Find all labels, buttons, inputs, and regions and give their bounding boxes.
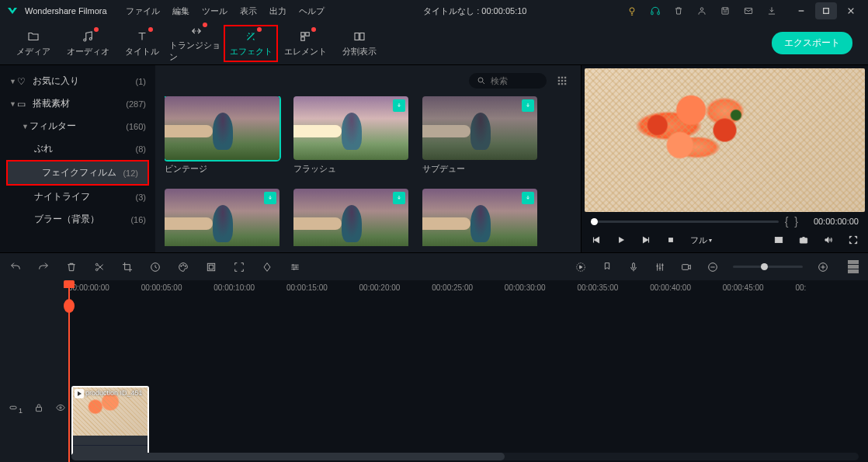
lock-icon[interactable] [33,402,44,415]
split-icon[interactable] [93,261,106,273]
effects-sidebar: ▼♡お気に入り(1) ▼▭搭載素材(287) ▼フィルター(160) ぶれ(8)… [0,65,155,252]
sidebar-builtin[interactable]: ▼▭搭載素材(287) [0,92,155,115]
sidebar-favorites[interactable]: ▼♡お気に入り(1) [0,70,155,92]
timeline-scrollbar[interactable] [71,453,859,460]
menu-file[interactable]: ファイル [126,5,160,17]
svg-rect-22 [561,83,563,85]
record-icon[interactable] [680,261,693,273]
tips-icon[interactable] [626,5,638,17]
scrub-handle[interactable] [591,218,598,225]
svg-rect-12 [355,33,359,40]
mark-out-icon[interactable]: } [794,215,798,228]
timeline-ruler[interactable]: 00:00:00:00 00:00:05:00 00:00:10:00 00:0… [68,280,868,297]
speed-icon[interactable] [149,261,161,273]
play-button[interactable] [616,234,627,245]
fullscreen-icon[interactable] [848,234,859,245]
save-icon[interactable] [719,5,731,17]
track-size-icon[interactable] [848,260,859,273]
effect-subdue[interactable]: サブデュー [422,96,537,175]
sidebar-filters[interactable]: ▼フィルター(160) [0,115,155,137]
sidebar-bg-blur[interactable]: ブラー（背景）(16) [0,208,155,231]
maximize-button[interactable] [815,2,837,19]
chevron-down-icon: ▼ [22,123,30,130]
marker-icon[interactable] [601,261,613,273]
svg-point-3 [700,8,703,10]
export-button[interactable]: エクスポート [772,32,852,54]
menu-edit[interactable]: 編集 [172,5,189,17]
tab-titles[interactable]: タイトル [115,25,169,62]
next-frame-button[interactable] [641,234,651,245]
prev-frame-button[interactable] [591,234,602,245]
folder-icon: ▭ [17,99,30,109]
account-icon[interactable] [696,5,708,17]
svg-rect-11 [301,37,305,41]
aspect-icon[interactable] [773,234,784,245]
green-screen-icon[interactable] [205,261,217,273]
svg-rect-34 [207,263,214,270]
menu-view[interactable]: 表示 [240,5,257,17]
svg-rect-35 [209,265,213,269]
svg-rect-25 [775,238,782,243]
menu-output[interactable]: 出力 [269,5,286,17]
effect-item[interactable] [293,189,408,246]
search-input[interactable] [491,76,537,85]
snapshot-icon[interactable] [798,234,809,245]
sidebar-nightlife[interactable]: ナイトライフ(3) [0,186,155,208]
menu-help[interactable]: ヘルプ [299,5,325,17]
scrub-track[interactable] [591,221,779,223]
svg-rect-21 [558,83,560,85]
color-icon[interactable] [177,261,189,273]
svg-rect-37 [633,262,635,268]
tab-transitions[interactable]: トランジション [169,25,224,62]
mail-icon[interactable] [742,5,755,17]
sidebar-blur[interactable]: ぶれ(8) [0,137,155,160]
tab-effects[interactable]: エフェクト [224,25,278,62]
volume-icon[interactable] [823,234,834,245]
undo-icon[interactable] [9,261,22,273]
trash-icon[interactable] [672,5,685,17]
playhead[interactable] [68,280,70,462]
redo-icon[interactable] [37,261,50,273]
mixer-icon[interactable] [654,261,666,273]
keyframe-icon[interactable] [261,261,273,273]
svg-point-27 [802,239,805,242]
download-badge-icon [522,99,534,112]
svg-rect-44 [36,407,42,411]
download-icon[interactable] [766,5,778,17]
zoom-handle[interactable] [761,263,768,270]
tab-media[interactable]: メディア [6,25,61,62]
scrollbar-thumb[interactable] [71,453,505,460]
detect-icon[interactable] [233,261,245,273]
menu-tools[interactable]: ツール [202,5,227,17]
crop-icon[interactable] [121,261,134,273]
effect-flash[interactable]: フラッシュ [293,96,408,175]
stop-button[interactable] [665,234,676,245]
tab-split[interactable]: 分割表示 [332,25,387,62]
grid-view-icon[interactable] [553,71,571,90]
tab-audio[interactable]: オーディオ [61,25,115,62]
tab-elements[interactable]: エレメント [278,25,332,62]
support-icon[interactable] [649,5,661,17]
search-box[interactable] [469,73,547,89]
adjust-icon[interactable] [289,261,301,273]
effect-item[interactable] [422,189,537,246]
track-toggle-icon[interactable]: 1 [8,402,23,415]
close-button[interactable] [840,2,862,19]
delete-icon[interactable] [65,261,78,273]
app-logo-icon [6,5,19,17]
timeline-clip[interactable]: production ID_451 [71,386,149,456]
mark-in-icon[interactable]: { [785,215,789,228]
voiceover-icon[interactable] [627,261,640,273]
visibility-icon[interactable] [55,402,66,415]
effect-item[interactable] [165,189,279,246]
minimize-button[interactable] [790,2,812,19]
zoom-in-icon[interactable] [817,261,829,273]
zoom-out-icon[interactable] [707,261,719,273]
effect-vintage[interactable]: ビンテージ [165,96,279,175]
split-icon [352,29,367,44]
preview-viewport[interactable] [585,68,865,212]
quality-select[interactable]: フル▾ [690,234,712,246]
zoom-slider[interactable] [733,266,803,268]
sidebar-fauxfilm[interactable]: フェイクフィルム(12) [8,162,148,184]
render-icon[interactable] [575,261,587,273]
